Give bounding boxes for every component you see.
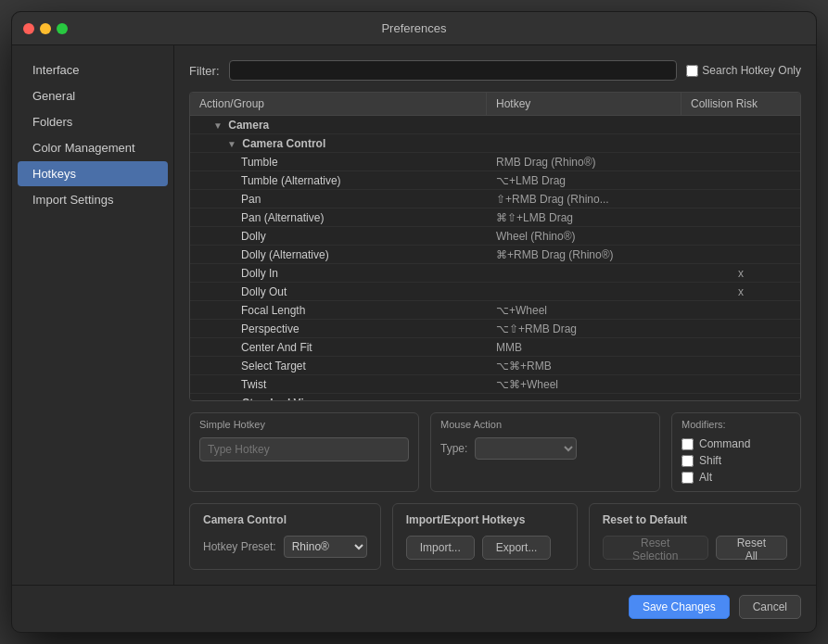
modifiers-panel: Modifiers: Command Shift Alt bbox=[671, 412, 801, 492]
modifiers-title: Modifiers: bbox=[672, 413, 800, 430]
table-row[interactable]: Tumble RMB Drag (Rhino®) bbox=[190, 153, 800, 171]
search-hotkey-label[interactable]: Search Hotkey Only bbox=[686, 64, 801, 77]
type-select[interactable] bbox=[475, 437, 577, 460]
row-risk bbox=[682, 253, 800, 257]
row-hotkey bbox=[487, 142, 682, 145]
modifiers-checkboxes: Command Shift Alt bbox=[672, 430, 800, 491]
reset-selection-button[interactable]: Reset Selection bbox=[603, 536, 708, 560]
hotkeys-table: Action/Group Hotkey Collision Risk ▼ Cam… bbox=[189, 92, 801, 401]
modifier-alt[interactable]: Alt bbox=[682, 471, 791, 484]
mouse-action-title: Mouse Action bbox=[431, 413, 659, 430]
row-risk bbox=[682, 346, 800, 349]
ie-buttons: Import... Export... bbox=[406, 536, 564, 560]
table-row[interactable]: Dolly In x bbox=[190, 264, 800, 283]
table-row[interactable]: Twist ⌥⌘+Wheel bbox=[190, 375, 800, 394]
table-body[interactable]: ▼ Camera ▼ Camera Control bbox=[190, 116, 800, 400]
row-hotkey: ⌥⌘+Wheel bbox=[487, 376, 682, 393]
modifier-shift-checkbox[interactable] bbox=[682, 455, 694, 467]
table-row[interactable]: Dolly Out x bbox=[190, 283, 800, 301]
table-row[interactable]: Pan (Alternative) ⌘⇧+LMB Drag bbox=[190, 208, 800, 227]
col-header-risk: Collision Risk bbox=[682, 93, 800, 115]
row-hotkey: ⌥+LMB Drag bbox=[487, 172, 682, 189]
table-row[interactable]: Center And Fit MMB bbox=[190, 338, 800, 357]
import-button[interactable]: Import... bbox=[406, 536, 475, 560]
table-header: Action/Group Hotkey Collision Risk bbox=[190, 93, 800, 116]
table-row[interactable]: ▼ Camera Control bbox=[190, 134, 800, 153]
table-row[interactable]: ▼ Camera bbox=[190, 116, 800, 134]
row-hotkey: RMB Drag (Rhino®) bbox=[487, 154, 682, 170]
content-area: Filter: Search Hotkey Only Action/Group … bbox=[174, 45, 816, 585]
row-action: Perspective bbox=[190, 321, 487, 337]
export-button[interactable]: Export... bbox=[482, 536, 552, 560]
row-hotkey: ⌥⌘+RMB bbox=[487, 358, 682, 374]
row-action: Tumble bbox=[190, 154, 487, 170]
row-action: Dolly bbox=[190, 228, 487, 245]
row-risk bbox=[682, 160, 800, 164]
expand-icon: ▼ bbox=[227, 398, 236, 401]
table-row[interactable]: Pan ⇧+RMB Drag (Rhino... bbox=[190, 190, 800, 208]
import-export-title: Import/Export Hotkeys bbox=[406, 513, 564, 526]
type-label: Type: bbox=[440, 442, 467, 455]
sidebar-item-general[interactable]: General bbox=[18, 83, 168, 108]
save-changes-button[interactable]: Save Changes bbox=[629, 595, 730, 619]
sidebar-item-color-management[interactable]: Color Management bbox=[18, 135, 168, 160]
row-risk bbox=[682, 123, 800, 127]
col-header-hotkey: Hotkey bbox=[487, 93, 682, 115]
reset-buttons: Reset Selection Reset All bbox=[603, 536, 787, 560]
modifier-command[interactable]: Command bbox=[682, 437, 791, 450]
modifier-command-checkbox[interactable] bbox=[682, 438, 694, 450]
table-row[interactable]: Perspective ⌥⇧+RMB Drag bbox=[190, 320, 800, 338]
preset-row: Hotkey Preset: Rhino® Maya Blender Custo… bbox=[203, 536, 367, 558]
search-hotkey-text: Search Hotkey Only bbox=[702, 64, 801, 77]
row-action: Dolly Out bbox=[190, 284, 487, 300]
hotkey-config-panels: Simple Hotkey Mouse Action Type: bbox=[189, 412, 801, 492]
modifier-shift[interactable]: Shift bbox=[682, 454, 791, 467]
row-risk bbox=[682, 383, 800, 386]
row-hotkey bbox=[487, 123, 682, 127]
main-content: Interface General Folders Color Manageme… bbox=[12, 45, 816, 585]
table-row[interactable]: Dolly (Alternative) ⌘+RMB Drag (Rhino®) bbox=[190, 246, 800, 264]
modifier-alt-label: Alt bbox=[699, 471, 712, 484]
row-hotkey: ⌥+Wheel bbox=[487, 302, 682, 319]
row-risk bbox=[682, 327, 800, 331]
row-hotkey bbox=[487, 290, 682, 294]
traffic-lights bbox=[23, 23, 68, 34]
reset-all-button[interactable]: Reset All bbox=[716, 536, 787, 560]
sidebar-item-folders[interactable]: Folders bbox=[18, 109, 168, 134]
cancel-button[interactable]: Cancel bbox=[739, 595, 801, 619]
modifier-alt-checkbox[interactable] bbox=[682, 472, 694, 484]
type-row: Type: bbox=[440, 437, 650, 460]
row-risk bbox=[682, 197, 800, 201]
filter-row: Filter: Search Hotkey Only bbox=[189, 60, 801, 81]
table-row[interactable]: Tumble (Alternative) ⌥+LMB Drag bbox=[190, 171, 800, 190]
sidebar-item-interface[interactable]: Interface bbox=[18, 57, 168, 82]
table-row[interactable]: Select Target ⌥⌘+RMB bbox=[190, 357, 800, 375]
mouse-action-panel: Mouse Action Type: bbox=[430, 412, 660, 492]
table-row[interactable]: Focal Length ⌥+Wheel bbox=[190, 301, 800, 320]
import-export-panel: Import/Export Hotkeys Import... Export..… bbox=[392, 503, 578, 570]
sidebar-item-import-settings[interactable]: Import Settings bbox=[18, 187, 168, 212]
table-row[interactable]: ▼ Standard Views bbox=[190, 394, 800, 400]
table-row[interactable]: Dolly Wheel (Rhino®) bbox=[190, 227, 800, 246]
simple-hotkey-body bbox=[190, 430, 418, 469]
row-hotkey bbox=[487, 271, 682, 275]
filter-input[interactable] bbox=[229, 60, 678, 81]
col-header-action: Action/Group bbox=[190, 93, 487, 115]
row-action: Dolly (Alternative) bbox=[190, 246, 487, 263]
sidebar: Interface General Folders Color Manageme… bbox=[12, 45, 174, 585]
row-action: Tumble (Alternative) bbox=[190, 172, 487, 189]
hotkey-type-input[interactable] bbox=[199, 437, 409, 461]
preferences-window: Preferences Interface General Folders Co… bbox=[11, 11, 817, 633]
sidebar-item-hotkeys[interactable]: Hotkeys bbox=[18, 161, 168, 186]
row-risk bbox=[682, 179, 800, 183]
camera-control-title: Camera Control bbox=[203, 513, 367, 526]
row-hotkey: ⌘⇧+LMB Drag bbox=[487, 209, 682, 226]
minimize-button[interactable] bbox=[40, 23, 51, 34]
row-action: Dolly In bbox=[190, 265, 487, 282]
maximize-button[interactable] bbox=[57, 23, 68, 34]
titlebar: Preferences bbox=[12, 12, 816, 45]
close-button[interactable] bbox=[23, 23, 34, 34]
search-hotkey-checkbox[interactable] bbox=[686, 65, 698, 77]
row-action: ▼ Camera bbox=[190, 117, 487, 133]
preset-select[interactable]: Rhino® Maya Blender Custom bbox=[284, 536, 367, 558]
